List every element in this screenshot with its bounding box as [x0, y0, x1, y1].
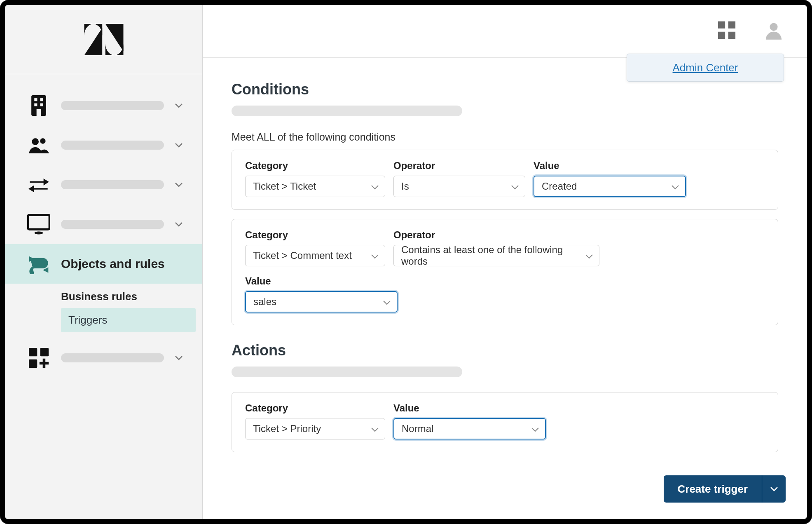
arrows-icon [27, 176, 50, 193]
field-label-operator: Operator [393, 160, 525, 172]
subnav-heading: Business rules [61, 284, 196, 308]
select-value: sales [253, 296, 276, 308]
footer-actions: Create trigger [664, 475, 786, 503]
chevron-down-icon [175, 103, 183, 108]
apps-plus-icon [27, 348, 50, 368]
app-frame: Objects and rules Business rules Trigger… [0, 0, 812, 524]
svg-rect-4 [40, 103, 43, 106]
chevron-down-icon [371, 423, 379, 435]
building-icon [27, 95, 50, 116]
content: Conditions Meet ALL of the following con… [203, 58, 807, 519]
chevron-down-icon [371, 181, 379, 192]
app-switcher-icon[interactable] [717, 21, 736, 41]
logo [5, 5, 202, 74]
conditions-subhead: Meet ALL of the following conditions [232, 131, 778, 143]
create-trigger-button[interactable]: Create trigger [664, 475, 762, 503]
zendesk-logo-icon [84, 24, 124, 55]
svg-rect-2 [40, 98, 43, 101]
svg-rect-8 [28, 215, 50, 229]
action-card-1: Category Ticket > Priority Value Normal [232, 392, 778, 452]
svg-point-19 [770, 23, 777, 31]
field-label-value: Value [245, 275, 398, 287]
subnav-item-triggers[interactable]: Triggers [61, 308, 196, 332]
condition-card-2: Category Ticket > Comment text Operator … [232, 219, 778, 325]
svg-rect-12 [29, 348, 37, 356]
select-value: Created [542, 181, 577, 192]
chevron-down-icon [175, 222, 183, 227]
topbar [203, 5, 807, 58]
chevron-down-icon [371, 250, 379, 261]
action1-category-select[interactable]: Ticket > Priority [245, 418, 385, 439]
svg-rect-17 [718, 32, 725, 39]
sidebar-item-channels[interactable] [5, 165, 202, 204]
field-label-category: Category [245, 229, 385, 241]
field-label-category: Category [245, 160, 385, 172]
sidebar-subnav: Business rules Triggers [5, 284, 202, 332]
chevron-down-icon [383, 296, 391, 308]
svg-rect-14 [29, 360, 37, 368]
svg-rect-18 [728, 32, 735, 39]
create-trigger-dropdown-button[interactable] [762, 475, 786, 503]
actions-description-placeholder [232, 367, 462, 377]
condition1-value-select[interactable]: Created [534, 176, 686, 197]
field-label-value: Value [534, 160, 686, 172]
sidebar-item-objects-rules[interactable]: Objects and rules [5, 244, 202, 284]
sidebar-item-label: Objects and rules [61, 257, 190, 271]
svg-rect-16 [728, 21, 735, 28]
svg-rect-1 [34, 98, 37, 101]
workflow-icon [27, 254, 50, 274]
sidebar-nav: Objects and rules Business rules Trigger… [5, 74, 202, 378]
chevron-down-icon [671, 181, 679, 192]
chevron-down-icon [175, 143, 183, 148]
svg-point-7 [40, 138, 45, 143]
field-label-value: Value [393, 402, 546, 414]
sidebar-item-placeholder [61, 220, 164, 229]
sidebar-item-apps[interactable] [5, 338, 202, 378]
svg-rect-15 [718, 21, 725, 28]
user-avatar-icon[interactable] [764, 21, 783, 41]
sidebar-item-people[interactable] [5, 125, 202, 165]
select-value: Ticket > Priority [253, 423, 321, 435]
chevron-down-icon [511, 181, 519, 192]
sidebar-item-placeholder [61, 180, 164, 189]
conditions-description-placeholder [232, 106, 462, 116]
select-value: Ticket > Comment text [253, 250, 352, 261]
sidebar-item-account[interactable] [5, 86, 202, 125]
condition2-value-select[interactable]: sales [245, 291, 398, 313]
svg-rect-13 [40, 348, 49, 356]
svg-rect-5 [37, 109, 41, 116]
svg-point-9 [35, 232, 43, 235]
monitor-icon [27, 214, 50, 235]
select-value: Is [401, 181, 409, 192]
chevron-down-icon [175, 182, 183, 187]
people-icon [27, 136, 50, 154]
chevron-down-icon [585, 250, 593, 261]
sidebar-item-placeholder [61, 353, 164, 362]
condition2-operator-select[interactable]: Contains at least one of the following w… [393, 245, 599, 266]
select-value: Ticket > Ticket [253, 181, 316, 192]
admin-center-dropdown[interactable]: Admin Center [627, 54, 784, 82]
condition2-category-select[interactable]: Ticket > Comment text [245, 245, 385, 266]
condition1-category-select[interactable]: Ticket > Ticket [245, 176, 385, 197]
action1-value-select[interactable]: Normal [393, 418, 546, 439]
condition-card-1: Category Ticket > Ticket Operator Is [232, 150, 778, 210]
sidebar-item-workspaces[interactable] [5, 204, 202, 244]
sidebar-item-placeholder [61, 141, 164, 150]
chevron-down-icon [175, 355, 183, 360]
field-label-operator: Operator [393, 229, 599, 241]
main: Admin Center Conditions Meet ALL of the … [203, 5, 807, 519]
svg-point-6 [32, 138, 39, 145]
chevron-down-icon [531, 423, 539, 435]
sidebar-item-placeholder [61, 101, 164, 110]
select-value: Normal [402, 423, 433, 435]
admin-center-link[interactable]: Admin Center [673, 61, 738, 74]
sidebar: Objects and rules Business rules Trigger… [5, 5, 203, 519]
field-label-category: Category [245, 402, 385, 414]
svg-rect-3 [34, 103, 37, 106]
conditions-title: Conditions [232, 81, 778, 98]
chevron-down-icon [770, 486, 778, 491]
condition1-operator-select[interactable]: Is [393, 176, 525, 197]
actions-title: Actions [232, 342, 778, 359]
select-value: Contains at least one of the following w… [401, 244, 581, 267]
